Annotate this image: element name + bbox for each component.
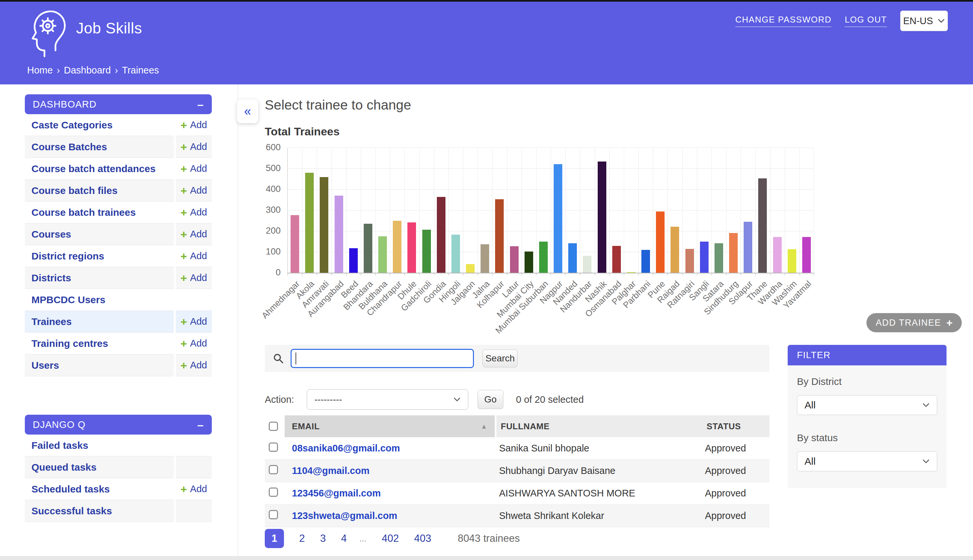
filter-select-by-district[interactable]: All xyxy=(797,395,937,415)
pagination-page-link[interactable]: 3 xyxy=(320,533,326,545)
bar-ahmednagar[interactable] xyxy=(291,215,299,273)
bar-gadchiroli[interactable] xyxy=(422,230,431,273)
bar-pune[interactable] xyxy=(656,212,665,273)
sidebar-item-link[interactable]: Courses xyxy=(32,229,71,240)
search-button[interactable]: Search xyxy=(483,350,518,367)
add-link[interactable]: Add xyxy=(190,229,207,240)
row-checkbox[interactable] xyxy=(269,443,278,452)
sidebar-section-header-django-q[interactable]: DJANGO Q– xyxy=(25,415,212,435)
bar-osmanabad[interactable] xyxy=(612,246,621,273)
add-link[interactable]: Add xyxy=(190,338,207,349)
bar-washim[interactable] xyxy=(788,249,796,273)
sidebar-item-link[interactable]: Districts xyxy=(32,272,71,283)
bar-kolhapur[interactable] xyxy=(495,199,504,273)
go-button[interactable]: Go xyxy=(478,390,503,409)
pagination-page-link[interactable]: 2 xyxy=(299,533,305,545)
bar-gondia[interactable] xyxy=(437,197,445,273)
sidebar-item-link[interactable]: Scheduled tasks xyxy=(32,483,110,495)
bar-akola[interactable] xyxy=(305,173,314,273)
bar-satara[interactable] xyxy=(715,243,723,273)
action-select[interactable]: --------- xyxy=(307,389,468,410)
bar-jalna[interactable] xyxy=(481,244,489,273)
email-link[interactable]: 123shweta@gmail.com xyxy=(285,510,495,521)
sidebar-item-link[interactable]: Course batch files xyxy=(32,185,117,196)
breadcrumb-item-home[interactable]: Home xyxy=(27,65,53,75)
filter-select-by-status[interactable]: All xyxy=(797,452,937,471)
sidebar-item-link[interactable]: Course Batches xyxy=(32,141,107,153)
bar-thane[interactable] xyxy=(758,178,767,273)
sidebar-item-link[interactable]: Trainees xyxy=(32,316,72,327)
bar-aurangabad[interactable] xyxy=(335,196,343,273)
bar-amravati[interactable] xyxy=(320,177,328,273)
add-link[interactable]: Add xyxy=(190,316,207,327)
sidebar-section-header-dashboard[interactable]: DASHBOARD– xyxy=(25,94,212,114)
email-link[interactable]: 123456@gmail.com xyxy=(285,488,495,499)
sidebar-item-link[interactable]: Successful tasks xyxy=(32,505,112,517)
column-header-status[interactable]: STATUS xyxy=(706,421,741,432)
add-link[interactable]: Add xyxy=(190,185,207,196)
pagination-page-link[interactable]: 4 xyxy=(341,533,347,545)
breadcrumb-item-dashboard[interactable]: Dashboard xyxy=(64,65,111,75)
add-link[interactable]: Add xyxy=(190,163,207,174)
sidebar-item-link[interactable]: Caste Categories xyxy=(32,120,113,131)
bar-hingoli[interactable] xyxy=(452,235,460,273)
bar-jalgaon[interactable] xyxy=(466,264,475,273)
collapse-sidebar-button[interactable]: « xyxy=(237,99,258,123)
add-link[interactable]: Add xyxy=(190,207,207,218)
add-link[interactable]: Add xyxy=(190,141,207,152)
search-input[interactable] xyxy=(291,349,474,368)
sidebar-item-link[interactable]: District regions xyxy=(32,250,104,262)
bar-dhule[interactable] xyxy=(407,222,416,273)
bar-mumbai-city[interactable] xyxy=(525,252,533,273)
language-select[interactable]: EN-US xyxy=(900,11,948,31)
chart-gridline xyxy=(375,148,376,273)
bar-palghar[interactable] xyxy=(627,272,635,273)
bar-raigad[interactable] xyxy=(670,227,679,273)
bar-nashik[interactable] xyxy=(598,162,606,273)
row-checkbox[interactable] xyxy=(269,465,278,474)
add-link[interactable]: Add xyxy=(190,250,207,262)
add-link[interactable]: Add xyxy=(190,120,207,130)
email-link[interactable]: 1104@gmail.com xyxy=(285,465,495,476)
row-checkbox[interactable] xyxy=(269,488,278,497)
pagination-page-link[interactable]: 402 xyxy=(382,533,399,545)
add-trainee-button[interactable]: ADD TRAINEE + xyxy=(866,313,962,332)
sidebar-item-link[interactable]: Course batch attendances xyxy=(32,163,155,174)
bar-buldhana[interactable] xyxy=(378,236,387,273)
log-out-link[interactable]: LOG OUT xyxy=(845,15,887,27)
change-password-link[interactable]: CHANGE PASSWORD xyxy=(735,15,832,27)
add-link[interactable]: Add xyxy=(190,272,207,283)
bar-nagpur[interactable] xyxy=(554,164,562,273)
add-link[interactable]: Add xyxy=(190,360,207,371)
column-header-fullname[interactable]: FULLNAME xyxy=(501,421,550,432)
sidebar-item-link[interactable]: Failed tasks xyxy=(32,440,88,451)
sidebar-item-link[interactable]: Users xyxy=(32,360,59,371)
bar-solapur[interactable] xyxy=(744,222,752,273)
sidebar-item-link[interactable]: Training centres xyxy=(32,338,108,349)
sidebar-item-link[interactable]: MPBCDC Users xyxy=(32,294,105,305)
sidebar-item-link[interactable]: Queued tasks xyxy=(32,462,97,473)
chart-gridline xyxy=(682,148,683,273)
email-link[interactable]: 08sanika06@gmail.com xyxy=(285,443,495,454)
pagination-page-link[interactable]: 403 xyxy=(414,533,431,545)
bar-sindhudurg[interactable] xyxy=(729,233,738,273)
bar-sangli[interactable] xyxy=(700,242,708,273)
breadcrumb-item-trainees[interactable]: Trainees xyxy=(122,65,159,75)
pagination-page-current[interactable]: 1 xyxy=(265,529,284,548)
bar-nanded[interactable] xyxy=(568,243,577,273)
bar-latur[interactable] xyxy=(510,246,518,273)
bar-nandurbar[interactable] xyxy=(583,256,591,273)
row-checkbox[interactable] xyxy=(269,510,278,519)
bar-bhandara[interactable] xyxy=(364,224,372,273)
add-link[interactable]: Add xyxy=(190,483,207,495)
bar-wardha[interactable] xyxy=(773,237,782,273)
bar-ratnagiri[interactable] xyxy=(685,249,694,273)
bar-parbhani[interactable] xyxy=(641,250,650,273)
bar-mumbai-suburban[interactable] xyxy=(539,242,548,273)
column-header-email[interactable]: EMAIL▲ xyxy=(285,415,495,437)
select-all-checkbox[interactable] xyxy=(269,422,278,431)
bar-chandrapur[interactable] xyxy=(393,221,402,273)
sidebar-item-link[interactable]: Course batch trainees xyxy=(32,207,136,218)
bar-yavatmal[interactable] xyxy=(802,237,811,273)
bar-beed[interactable] xyxy=(349,248,358,273)
